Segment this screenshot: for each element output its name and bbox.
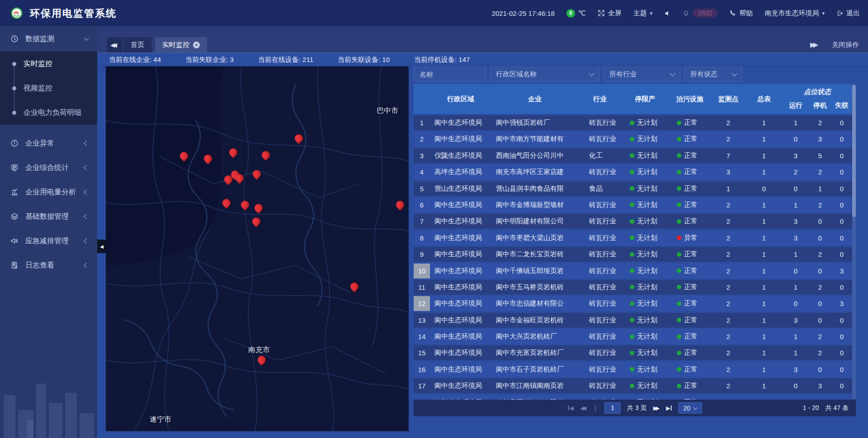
- stop-cell: 2: [809, 119, 831, 127]
- table-row[interactable]: 12 阆中生态环境局 阆中市忠信建材有限公 砖瓦行业 无计划 正常 2 1 0 …: [414, 296, 852, 311]
- sidebar-item[interactable]: 企业用电量分析: [0, 180, 97, 204]
- page-size-select[interactable]: 20: [678, 402, 702, 414]
- sidebar-item[interactable]: 应急减排管理: [0, 229, 97, 253]
- name-search-input[interactable]: [420, 71, 480, 78]
- table-row[interactable]: 15 阆中生态环境局 阆中市光富页岩机砖厂 砖瓦行业 无计划 正常 2 1 1 …: [414, 345, 852, 360]
- next-page-button[interactable]: ▶▶: [653, 405, 660, 411]
- company-cell: 阆中市光富页岩机砖厂: [491, 349, 578, 357]
- panel-collapse-button[interactable]: ◀: [97, 240, 106, 253]
- run-cell: 3: [783, 152, 809, 160]
- stop-cell: 2: [809, 283, 831, 291]
- fullscreen-button[interactable]: 全屏: [598, 9, 622, 18]
- close-operations-button[interactable]: 关闭操作: [832, 41, 859, 49]
- chevron-left-icon: [84, 141, 89, 146]
- sidebar-subitem[interactable]: 视频监控: [0, 76, 97, 100]
- table-row[interactable]: 7 阆中生态环境局 阆中明阳建材有限公司 砖瓦行业 无计划 正常 2 1 3 0…: [414, 214, 852, 229]
- tab-close-icon[interactable]: ✕: [193, 42, 200, 48]
- row-number: 4: [414, 168, 430, 176]
- sidebar-item[interactable]: 企业综合统计: [0, 155, 97, 180]
- prev-page-button[interactable]: ◀◀: [580, 405, 586, 411]
- region-select[interactable]: 行政区域名称: [490, 66, 599, 82]
- status-select[interactable]: 所有状态: [684, 66, 742, 82]
- industry-cell: 化工: [578, 151, 622, 160]
- sidebar-item[interactable]: 基础数据管理: [0, 204, 97, 229]
- table-row[interactable]: 11 阆中生态环境局 阆中市五马桥页岩机砖 砖瓦行业 无计划 正常 2 1 1 …: [414, 280, 852, 295]
- tab-realtime-monitor[interactable]: 实时监控 ✕: [155, 37, 207, 52]
- limit-cell: 无计划: [622, 118, 669, 127]
- tabs-scroll-left-button[interactable]: ◀◀: [107, 37, 123, 52]
- run-cell: 0: [783, 267, 809, 275]
- notification-badge: 2632: [693, 9, 717, 18]
- sidebar-item-data-monitor[interactable]: 数据监测: [0, 26, 97, 52]
- help-button[interactable]: 帮助: [729, 9, 753, 18]
- stop-cell: 2: [809, 333, 831, 340]
- table-row[interactable]: 14 阆中生态环境局 阆中大兴页岩机砖厂 砖瓦行业 无计划 正常 2 1 1 2…: [414, 329, 852, 344]
- stop-cell: 0: [809, 300, 831, 307]
- industry-cell: 砖瓦行业: [578, 349, 622, 357]
- board-icon: [10, 163, 19, 172]
- table-row[interactable]: 16 阆中生态环境局 阆中市石子页岩机砖厂 砖瓦行业 无计划 正常 2 1 3 …: [414, 362, 852, 377]
- company-cell: 西南油气田分公司川中: [491, 151, 578, 160]
- first-page-button[interactable]: ◀: [568, 405, 574, 411]
- facility-cell: 正常: [669, 217, 711, 226]
- map-panel[interactable]: 巴中市南充市遂宁市: [106, 66, 409, 431]
- fullscreen-icon: [598, 9, 605, 17]
- sidebar-submenu: 实时监控 视频监控 企业电力负荷明细: [0, 52, 97, 125]
- row-number: 6: [414, 201, 430, 209]
- industry-cell: 砖瓦行业: [578, 267, 622, 275]
- industry-select[interactable]: 所有行业: [604, 66, 680, 82]
- status-dot-green: [630, 137, 634, 141]
- row-number: 2: [414, 135, 430, 143]
- industry-cell: 砖瓦行业: [578, 299, 622, 308]
- last-page-button[interactable]: ▶: [666, 405, 672, 411]
- limit-cell: 无计划: [622, 283, 669, 292]
- table-row[interactable]: 13 阆中生态环境局 阆中市金福旺页岩机砖 砖瓦行业 无计划 正常 2 1 3 …: [414, 313, 852, 328]
- table-row[interactable]: 18 南部生态环境局 南部县页岩机砖有限公 砖瓦行业 无计划 正常 2 1 0 …: [414, 395, 852, 400]
- double-chevron-left-icon: ◀◀: [110, 42, 117, 48]
- enterprise-table: 1 阆中生态环境局 阆中强锐页岩砖厂 砖瓦行业 无计划 正常 2 1 1 2 0…: [414, 115, 852, 400]
- table-row[interactable]: 9 阆中生态环境局 阆中市二龙长宝页岩砖 砖瓦行业 无计划 正常 2 1 1 2…: [414, 247, 852, 262]
- table-row[interactable]: 6 阆中生态环境局 阆中市金博瑞新型墙材 砖瓦行业 无计划 正常 2 1 1 2…: [414, 198, 852, 212]
- sidebar-subitem[interactable]: 实时监控: [0, 52, 97, 76]
- table-row[interactable]: 1 阆中生态环境局 阆中强锐页岩砖厂 砖瓦行业 无计划 正常 2 1 1 2 0: [414, 115, 852, 130]
- stop-cell: 3: [809, 135, 831, 143]
- company-cell: 阆中市金福旺页岩机砖: [491, 316, 578, 325]
- table-scrollbar[interactable]: [852, 84, 856, 400]
- facility-cell: 正常: [669, 118, 711, 127]
- table-row[interactable]: 8 阆中生态环境局 阆中市枣碧大梁山页岩 砖瓦行业 无计划 异常 2 1 3 0…: [414, 231, 852, 245]
- mute-button[interactable]: [664, 10, 671, 17]
- org-dropdown[interactable]: 南充市生态环境局▾: [764, 9, 825, 18]
- stop-cell: 5: [809, 152, 831, 160]
- chart-icon: [10, 188, 19, 197]
- table-row[interactable]: 17 阆中生态环境局 阆中市江南镇阆南页岩 砖瓦行业 无计划 正常 2 1 0 …: [414, 378, 852, 393]
- tab-home[interactable]: 首页: [123, 37, 151, 52]
- table-row[interactable]: 10 阆中生态环境局 阆中千佛镇五郎垭页岩 砖瓦行业 无计划 正常 2 1 0 …: [414, 264, 852, 278]
- facility-status-dot: [677, 367, 681, 372]
- facility-status-dot: [677, 170, 681, 174]
- page-number-input[interactable]: 1: [604, 402, 621, 414]
- row-number: 10: [414, 264, 430, 278]
- notification-area[interactable]: 2632: [683, 9, 717, 18]
- row-number: 9: [414, 250, 430, 258]
- sidebar-item[interactable]: 企业异常: [0, 131, 97, 155]
- logout-button[interactable]: 退出: [836, 9, 860, 18]
- sidebar-item-label: 企业综合统计: [25, 163, 78, 173]
- sidebar-subitem[interactable]: 企业电力负荷明细: [0, 100, 97, 125]
- table-row[interactable]: 3 仪陇生态环境局 西南油气田分公司川中 化工 无计划 正常 7 1 3 5 0: [414, 148, 852, 163]
- name-search-field[interactable]: [414, 66, 486, 82]
- table-row[interactable]: 2 阆中生态环境局 阆中市南方节能建材有 砖瓦行业 无计划 正常 2 1 0 3…: [414, 132, 852, 146]
- industry-cell: 砖瓦行业: [578, 381, 622, 390]
- scrollbar-thumb[interactable]: [852, 85, 856, 217]
- company-cell: 阆中市金博瑞新型墙材: [491, 201, 578, 209]
- main-content: 当前在线企业: 44当前失联企业: 3当前在线设备: 211当前失联设备: 10…: [97, 53, 868, 438]
- table-row[interactable]: 5 营山生态环境局 营山县润丰肉食品有限 食品 无计划 正常 1 0 0 1 0: [414, 181, 852, 196]
- company-cell: 阆中市二龙长宝页岩砖: [491, 250, 578, 259]
- tabs-scroll-right-button[interactable]: ▶▶: [810, 41, 818, 49]
- sidebar-item[interactable]: 日志查看: [0, 253, 97, 278]
- run-cell: 1: [783, 250, 809, 258]
- table-row[interactable]: 4 高坪生态环境局 南充市高坪区王家店建 砖瓦行业 无计划 正常 3 1 2 2…: [414, 165, 852, 179]
- theme-dropdown[interactable]: 主题▾: [633, 9, 653, 18]
- chevron-left-icon: [84, 238, 89, 243]
- facility-cell: 异常: [669, 234, 711, 242]
- sidebar-subitem-label: 实时监控: [24, 59, 52, 69]
